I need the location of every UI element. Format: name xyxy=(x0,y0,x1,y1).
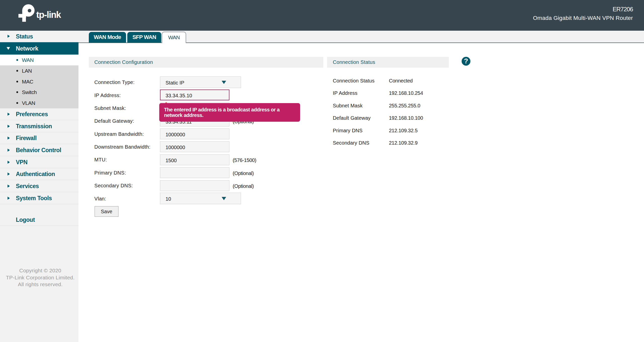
svg-text:tp-link: tp-link xyxy=(36,10,61,20)
